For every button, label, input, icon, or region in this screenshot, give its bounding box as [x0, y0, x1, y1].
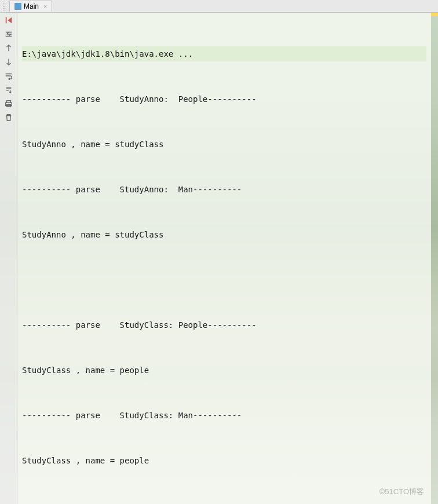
- grip-icon[interactable]: [2, 2, 6, 10]
- output-line: [22, 498, 426, 504]
- tab-label: Main: [24, 2, 39, 10]
- main-area: E:\java\jdk\jdk1.8\bin\java.exe ... ----…: [0, 13, 438, 504]
- scroll-to-end-icon[interactable]: [3, 85, 14, 95]
- print-icon[interactable]: [3, 98, 14, 109]
- trash-icon[interactable]: [3, 112, 14, 123]
- close-icon[interactable]: ×: [43, 3, 47, 10]
- arrow-down-icon[interactable]: [3, 57, 14, 67]
- step-icon[interactable]: [3, 29, 14, 39]
- arrow-up-icon[interactable]: [3, 43, 14, 53]
- output-line: ---------- parse StudyAnno: Man---------…: [22, 182, 426, 197]
- output-line: ---------- parse StudyClass: People-----…: [22, 317, 426, 333]
- scroll-marker: [431, 13, 438, 16]
- java-file-icon: [14, 3, 21, 10]
- gutter-toolbar: [0, 13, 17, 504]
- output-line: StudyClass , name = people: [22, 363, 426, 378]
- output-line: ---------- parse StudyAnno: People------…: [22, 92, 426, 107]
- command-line: E:\java\jdk\jdk1.8\bin\java.exe ...: [22, 46, 426, 61]
- output-line: ---------- parse StudyClass: Man--------…: [22, 408, 426, 423]
- output-line: StudyClass , name = people: [22, 453, 426, 468]
- tab-main[interactable]: Main ×: [9, 1, 52, 12]
- output-line: [22, 272, 426, 287]
- restart-icon[interactable]: [3, 15, 14, 25]
- tab-bar: Main ×: [0, 0, 438, 13]
- console-output[interactable]: E:\java\jdk\jdk1.8\bin\java.exe ... ----…: [17, 13, 431, 504]
- watermark: ©51CTO博客: [379, 484, 424, 499]
- output-line: StudyAnno , name = studyClass: [22, 137, 426, 152]
- output-line: StudyAnno , name = studyClass: [22, 227, 426, 242]
- scrollbar[interactable]: [431, 13, 438, 504]
- wrap-icon[interactable]: [3, 71, 14, 81]
